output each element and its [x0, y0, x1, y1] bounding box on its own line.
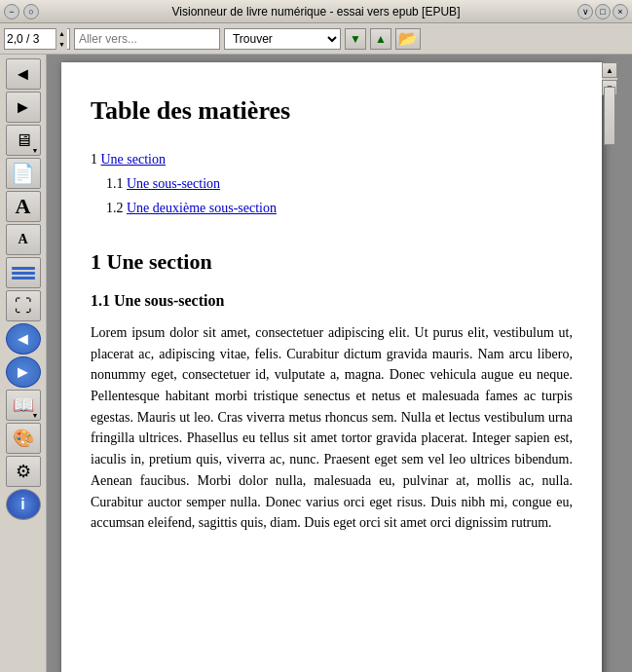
- page-spinner: ▲ ▼: [56, 28, 67, 50]
- info-button[interactable]: i: [6, 489, 41, 520]
- font-increase-icon: A: [16, 196, 31, 217]
- page: Table des matières 1 Une section 1.1 Une…: [61, 62, 602, 672]
- find-next-button[interactable]: ▼: [345, 28, 366, 50]
- titlebar-left: − ○: [4, 4, 39, 19]
- toc-num-1: 1: [91, 152, 101, 167]
- toc-item-1-1: 1.1 Une sous-section: [91, 173, 573, 194]
- titlebar: − ○ Visionneur de livre numérique - essa…: [0, 0, 632, 23]
- font-decrease-icon: A: [18, 233, 27, 246]
- open-folder-button[interactable]: 📂: [395, 28, 421, 50]
- forward-button[interactable]: ►: [6, 92, 41, 123]
- paint-icon: 🎨: [13, 429, 34, 447]
- page-icon: 📄: [11, 164, 35, 183]
- folder-icon: 📂: [398, 29, 418, 48]
- toc-link-1[interactable]: Une section: [101, 152, 166, 167]
- view-icon: 🖥: [15, 131, 32, 149]
- page-up-button[interactable]: ▲: [56, 28, 67, 39]
- toc-link-1-2[interactable]: Une deuxième sous-section: [127, 201, 277, 215]
- toc-num-1-2: 1.2: [106, 201, 127, 215]
- gear-icon: ⚙: [16, 463, 31, 480]
- toc-item-1-2: 1.2 Une deuxième sous-section: [91, 198, 573, 218]
- menu-icon[interactable]: −: [4, 4, 19, 19]
- bookmark-button[interactable]: 📖: [6, 390, 41, 421]
- sidebar: ◄ ► 🖥 📄 A A ⛶ ◄: [0, 55, 47, 672]
- fullscreen-icon: ⛶: [15, 297, 32, 315]
- history-back-button[interactable]: ◄: [6, 323, 41, 355]
- body-text: Lorem ipsum dolor sit amet, consectetuer…: [91, 322, 573, 534]
- history-forward-icon: ►: [15, 363, 32, 381]
- find-prev-button[interactable]: ▲: [370, 28, 391, 50]
- lines-icon: [12, 267, 35, 280]
- goto-input[interactable]: [74, 28, 220, 50]
- history-forward-button[interactable]: ►: [6, 356, 41, 388]
- toolbar: ▲ ▼ Trouver ▼ ▲ 📂: [0, 23, 632, 55]
- page-input[interactable]: [7, 32, 56, 46]
- minimize-button[interactable]: ∨: [577, 4, 593, 19]
- toc-item-1: 1 Une section: [91, 149, 573, 169]
- scrollbar: ▲ ▼: [602, 62, 617, 95]
- view-button[interactable]: 🖥: [6, 125, 41, 156]
- toc-title: Table des matières: [91, 92, 573, 130]
- menu2-icon[interactable]: ○: [23, 4, 39, 19]
- scroll-thumb[interactable]: [604, 87, 615, 145]
- fullscreen-button[interactable]: ⛶: [6, 290, 41, 321]
- page-button[interactable]: 📄: [6, 158, 41, 189]
- bookmark-icon: 📖: [13, 396, 34, 414]
- font-increase-button[interactable]: A: [6, 191, 41, 222]
- window-title: Visionneur de livre numérique - essai ve…: [172, 5, 461, 19]
- settings-button[interactable]: ⚙: [6, 456, 41, 487]
- text-align-button[interactable]: [6, 257, 41, 288]
- toc-link-1-1[interactable]: Une sous-section: [127, 176, 220, 191]
- back-button[interactable]: ◄: [6, 58, 41, 90]
- font-decrease-button[interactable]: A: [6, 224, 41, 255]
- line2: [12, 272, 35, 275]
- content-area: Table des matières 1 Une section 1.1 Une…: [47, 55, 632, 672]
- window-controls: ∨ □ ×: [577, 4, 628, 19]
- back-icon: ◄: [15, 65, 32, 83]
- line3: [12, 277, 35, 280]
- find-select[interactable]: Trouver: [224, 28, 341, 50]
- page-input-container: ▲ ▼: [4, 28, 70, 50]
- page-down-button[interactable]: ▼: [56, 39, 67, 50]
- close-button[interactable]: ×: [613, 4, 628, 19]
- forward-icon: ►: [15, 98, 32, 116]
- subsection-1-1-title: 1.1 Une sous-section: [91, 289, 573, 313]
- toc-num-1-1: 1.1: [106, 176, 127, 191]
- scroll-up-button[interactable]: ▲: [602, 62, 617, 78]
- history-back-icon: ◄: [15, 330, 32, 348]
- section-1-title: 1 Une section: [91, 245, 573, 278]
- maximize-button[interactable]: □: [595, 4, 611, 19]
- info-icon: i: [20, 497, 24, 512]
- paint-button[interactable]: 🎨: [6, 423, 41, 454]
- line1: [12, 267, 35, 270]
- main-layout: ◄ ► 🖥 📄 A A ⛶ ◄: [0, 55, 632, 672]
